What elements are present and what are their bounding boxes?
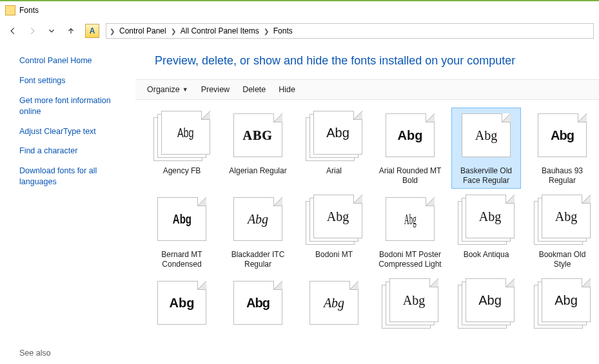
sidebar-link[interactable]: Font settings: [19, 75, 126, 86]
font-item[interactable]: AbgBookman Old Style: [527, 191, 597, 273]
main-panel: Preview, delete, or show and hide the fo…: [135, 43, 599, 364]
font-thumbnail: Abg: [457, 111, 516, 162]
font-item[interactable]: Abg: [375, 275, 445, 356]
font-thumbnail: Abg: [533, 195, 592, 246]
font-thumbnail: Abg: [380, 278, 440, 330]
font-sample: Abg: [475, 128, 497, 143]
font-item[interactable]: ABGAlgerian Regular: [223, 108, 293, 189]
font-thumbnail: Abg: [533, 278, 592, 330]
font-label: Bodoni MT: [315, 250, 353, 269]
font-label: Agency FB: [163, 166, 201, 186]
sidebar-link[interactable]: Adjust ClearType text: [19, 126, 126, 137]
sidebar: Control Panel Home Font settings Get mor…: [0, 43, 135, 364]
font-thumbnail: Abg: [457, 195, 516, 246]
up-button[interactable]: [63, 23, 79, 39]
folder-icon: [5, 5, 15, 15]
font-item[interactable]: AbgArial Rounded MT Bold: [375, 108, 445, 189]
font-sample: Abg: [478, 293, 502, 308]
font-label: Bernard MT Condensed: [150, 250, 213, 269]
location-icon: A: [85, 24, 99, 38]
see-also-heading: See also: [19, 349, 126, 358]
font-sample: Abg: [555, 209, 577, 224]
delete-button[interactable]: Delete: [237, 82, 271, 97]
window-title: Fonts: [19, 6, 39, 15]
sidebar-link[interactable]: Find a character: [19, 146, 126, 157]
font-grid[interactable]: AbgAgency FBABGAlgerian RegularAbgArialA…: [135, 100, 599, 364]
font-label: Baskerville Old Face Regular: [455, 166, 518, 186]
font-item[interactable]: AbgBodoni MT: [299, 191, 369, 273]
breadcrumb-item[interactable]: Fonts: [271, 24, 295, 38]
font-thumbnail: Abg: [304, 278, 364, 330]
chevron-right-icon[interactable]: ❯: [262, 28, 271, 35]
font-sample: Abg: [479, 209, 501, 224]
font-sample: Abg: [324, 296, 344, 311]
font-sample: Abg: [172, 212, 191, 227]
font-sample: Abg: [248, 212, 268, 227]
font-sample: Abg: [326, 126, 349, 140]
chevron-down-icon: ▼: [182, 86, 188, 93]
font-item[interactable]: AbgBlackadder ITC Regular: [223, 191, 293, 273]
back-button[interactable]: [5, 23, 21, 39]
font-label: Bodoni MT Poster Compressed Light: [378, 250, 442, 269]
sidebar-link[interactable]: Get more font information online: [19, 95, 126, 117]
font-item[interactable]: AbgBook Antiqua: [451, 191, 521, 273]
font-thumbnail: Abg: [228, 278, 288, 330]
font-item[interactable]: AbgBernard MT Condensed: [147, 191, 217, 273]
font-item[interactable]: Abg: [527, 275, 597, 356]
font-thumbnail: Abg: [457, 278, 516, 330]
font-thumbnail: Abg: [380, 195, 440, 246]
font-thumbnail: Abg: [380, 111, 440, 162]
organize-menu[interactable]: Organize ▼: [142, 82, 193, 97]
font-label: Bauhaus 93 Regular: [531, 166, 594, 186]
font-item[interactable]: AbgArial: [299, 108, 369, 189]
chevron-right-icon[interactable]: ❯: [108, 28, 117, 35]
font-item[interactable]: AbgAgency FB: [147, 108, 217, 189]
font-label: Book Antiqua: [464, 250, 509, 269]
navbar: A ❯ Control Panel ❯ All Control Panel It…: [0, 19, 599, 43]
font-label: Arial: [326, 166, 342, 186]
breadcrumb[interactable]: ❯ Control Panel ❯ All Control Panel Item…: [106, 23, 594, 39]
font-item[interactable]: Abg: [223, 275, 293, 356]
font-item[interactable]: Abg: [147, 275, 217, 356]
recent-dropdown[interactable]: [44, 23, 59, 39]
preview-button[interactable]: Preview: [196, 82, 235, 97]
font-thumbnail: Abg: [152, 195, 211, 246]
font-item[interactable]: AbgBodoni MT Poster Compressed Light: [375, 191, 445, 273]
font-sample: Abg: [398, 128, 423, 143]
toolbar: Organize ▼ Preview Delete Hide: [135, 79, 599, 100]
font-item[interactable]: Abg: [451, 275, 521, 356]
font-item[interactable]: AbgBauhaus 93 Regular: [527, 108, 597, 189]
font-thumbnail: Abg: [228, 195, 288, 246]
font-label: Blackadder ITC Regular: [226, 250, 290, 269]
font-sample: Abg: [170, 296, 195, 311]
font-sample: Abg: [551, 128, 574, 143]
content: Control Panel Home Font settings Get mor…: [0, 43, 599, 364]
font-sample: Abg: [403, 293, 425, 308]
font-thumbnail: Abg: [152, 278, 211, 330]
hide-button[interactable]: Hide: [273, 82, 300, 97]
control-panel-home-link[interactable]: Control Panel Home: [19, 55, 126, 66]
font-sample: Abg: [246, 296, 270, 311]
font-sample: Abg: [555, 293, 578, 308]
font-sample: ABG: [243, 128, 273, 143]
page-title: Preview, delete, or show and hide the fo…: [135, 43, 599, 79]
font-label: Arial Rounded MT Bold: [378, 166, 442, 186]
font-thumbnail: Abg: [152, 111, 211, 162]
font-sample: Abg: [177, 126, 194, 140]
font-label: Algerian Regular: [229, 166, 286, 186]
font-label: Bookman Old Style: [531, 250, 594, 269]
breadcrumb-item[interactable]: All Control Panel Items: [178, 24, 262, 38]
font-item[interactable]: AbgBaskerville Old Face Regular: [451, 108, 521, 189]
font-thumbnail: ABG: [228, 111, 288, 162]
chevron-right-icon[interactable]: ❯: [169, 28, 178, 35]
sidebar-link[interactable]: Download fonts for all languages: [19, 166, 126, 187]
font-thumbnail: Abg: [304, 195, 364, 246]
breadcrumb-item[interactable]: Control Panel: [117, 24, 169, 38]
forward-button[interactable]: [25, 23, 40, 39]
font-thumbnail: Abg: [304, 111, 364, 162]
font-thumbnail: Abg: [533, 111, 592, 162]
organize-label: Organize: [147, 85, 180, 94]
font-sample: Abg: [327, 209, 349, 224]
font-sample: Abg: [404, 210, 417, 228]
font-item[interactable]: Abg: [299, 275, 369, 356]
